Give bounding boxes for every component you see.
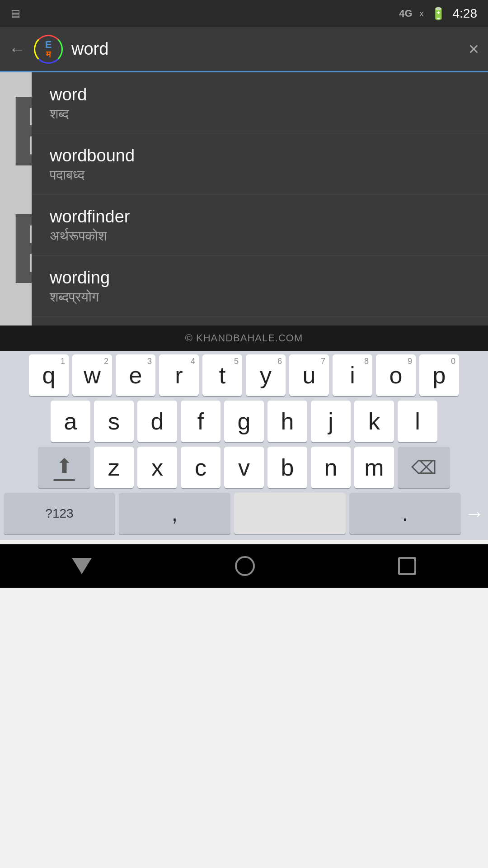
- main-area: E E word शब्द wordbound पदाबध्द wordfind…: [0, 72, 488, 326]
- numbers-key[interactable]: ?123: [4, 493, 115, 534]
- key-y[interactable]: 6 y: [246, 354, 286, 396]
- key-i[interactable]: 8 i: [333, 354, 372, 396]
- key-w[interactable]: 2 w: [72, 354, 112, 396]
- enter-arrow-icon: →: [465, 502, 484, 524]
- suggestion-item-3[interactable]: wording शब्दप्रयोग: [32, 255, 488, 316]
- key-o[interactable]: 9 o: [376, 354, 416, 396]
- enter-key[interactable]: →: [465, 502, 484, 525]
- numbers-label: ?123: [45, 506, 73, 521]
- suggestion-translation-0: शब्द: [50, 106, 470, 122]
- nav-recents-icon: [398, 557, 416, 575]
- logo-circle: E म: [34, 35, 63, 64]
- key-t[interactable]: 5 t: [202, 354, 242, 396]
- footer: © KHANDBAHALE.COM: [0, 326, 488, 351]
- suggestion-translation-1: पदाबध्द: [50, 167, 470, 183]
- back-arrow-icon: ←: [9, 40, 25, 59]
- key-z[interactable]: z: [94, 447, 134, 488]
- clear-icon: ×: [469, 39, 479, 59]
- shift-arrow-icon: ⬆: [56, 454, 73, 477]
- key-l[interactable]: l: [398, 401, 437, 442]
- nav-back-button[interactable]: [72, 558, 92, 574]
- keyboard-row-1: 1 q 2 w 3 e 4 r 5 t 6 y 7 u 8 i: [0, 354, 488, 396]
- suggestion-word-2: wordfinder: [50, 207, 470, 226]
- clock: 4:28: [453, 6, 478, 21]
- key-g[interactable]: g: [224, 401, 264, 442]
- search-input[interactable]: [71, 39, 461, 59]
- key-e[interactable]: 3 e: [116, 354, 155, 396]
- delete-icon: ⌫: [411, 457, 437, 478]
- key-u[interactable]: 7 u: [289, 354, 329, 396]
- nav-home-button[interactable]: [235, 556, 255, 576]
- nav-bar: [0, 544, 488, 588]
- copyright-text: © KHANDBAHALE.COM: [185, 332, 303, 344]
- key-v[interactable]: v: [224, 447, 264, 488]
- status-bar-left: ▤: [11, 8, 20, 19]
- comma-label: ,: [172, 503, 178, 524]
- key-q[interactable]: 1 q: [29, 354, 69, 396]
- shift-line: [53, 479, 75, 481]
- key-s[interactable]: s: [94, 401, 134, 442]
- suggestions-dropdown: word शब्द wordbound पदाबध्द wordfinder अ…: [32, 72, 488, 326]
- logo-top-text: E: [45, 40, 52, 50]
- shift-key[interactable]: ⬆: [38, 447, 90, 488]
- nav-recents-button[interactable]: [398, 557, 416, 575]
- key-c[interactable]: c: [181, 447, 221, 488]
- nav-home-icon: [235, 556, 255, 576]
- suggestion-word-3: wording: [50, 268, 470, 288]
- suggestion-item-0[interactable]: word शब्द: [32, 72, 488, 133]
- delete-key[interactable]: ⌫: [398, 447, 450, 488]
- suggestion-translation-3: शब्दप्रयोग: [50, 289, 470, 305]
- sim-x-icon: x: [420, 9, 424, 19]
- key-k[interactable]: k: [354, 401, 394, 442]
- suggestion-word-0: word: [50, 85, 470, 104]
- keyboard-row-4: ?123 , . →: [0, 493, 488, 540]
- nav-back-icon: [72, 558, 92, 574]
- clear-button[interactable]: ×: [469, 39, 479, 59]
- battery-icon: 🔋: [431, 7, 446, 21]
- notification-icon: ▤: [11, 8, 20, 19]
- suggestion-item-2[interactable]: wordfinder अर्थरूपकोश: [32, 194, 488, 255]
- key-a[interactable]: a: [51, 401, 90, 442]
- key-p[interactable]: 0 p: [419, 354, 459, 396]
- period-key[interactable]: .: [349, 493, 461, 534]
- suggestion-translation-2: अर्थरूपकोश: [50, 228, 470, 244]
- suggestion-word-1: wordbound: [50, 146, 470, 165]
- app-logo: E म: [33, 33, 64, 65]
- suggestion-item-4[interactable]: wordy शब्दबंबाळ: [32, 316, 488, 326]
- status-bar: ▤ 4G x 🔋 4:28: [0, 0, 488, 27]
- keyboard-row-3: ⬆ z x c v b n m ⌫: [0, 447, 488, 488]
- key-b[interactable]: b: [267, 447, 307, 488]
- key-n[interactable]: n: [311, 447, 351, 488]
- key-r[interactable]: 4 r: [159, 354, 199, 396]
- suggestion-item-1[interactable]: wordbound पदाबध्द: [32, 133, 488, 194]
- key-d[interactable]: d: [137, 401, 177, 442]
- key-f[interactable]: f: [181, 401, 221, 442]
- search-bar: ← E म ×: [0, 27, 488, 72]
- logo-bottom-text: म: [46, 50, 51, 59]
- key-m[interactable]: m: [354, 447, 394, 488]
- period-label: .: [402, 503, 408, 524]
- network-type: 4G: [399, 8, 412, 19]
- keyboard: 1 q 2 w 3 e 4 r 5 t 6 y 7 u 8 i: [0, 351, 488, 540]
- key-h[interactable]: h: [267, 401, 307, 442]
- space-key[interactable]: [234, 493, 346, 534]
- key-x[interactable]: x: [137, 447, 177, 488]
- back-button[interactable]: ←: [9, 40, 25, 59]
- key-j[interactable]: j: [311, 401, 351, 442]
- keyboard-row-2: a s d f g h j k l: [0, 401, 488, 442]
- comma-key[interactable]: ,: [119, 493, 230, 534]
